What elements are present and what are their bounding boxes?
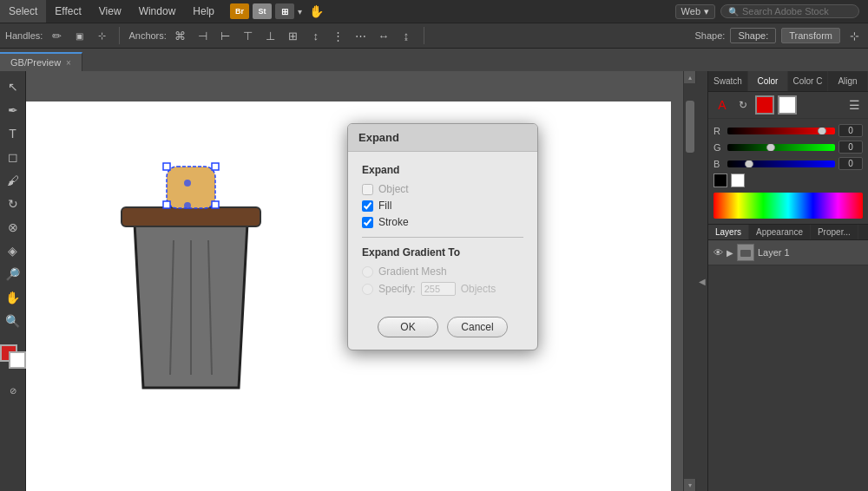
handles-brush-icon[interactable]: ✏ [48,27,65,44]
background-color[interactable] [9,351,26,369]
shape-tool[interactable]: ◻ [3,147,23,167]
specify-radio[interactable] [362,284,373,295]
main-layout: ↖ ✒ T ◻ 🖌 ↻ ⊗ ◈ 🔎 ✋ 🔍 ⊘ [0,71,868,491]
none-icon[interactable]: ⊘ [3,380,23,401]
r-slider-thumb[interactable] [818,128,826,134]
distribute1[interactable]: ⋮ [330,27,347,44]
fill-checkbox[interactable] [362,200,373,212]
anchor-icon1[interactable]: ⌘ [172,27,189,44]
distribute2[interactable]: ⋯ [352,27,370,44]
align-center-v[interactable]: ⊞ [285,27,302,44]
handles-icon3[interactable]: ⊹ [93,27,110,44]
expand-gradient-label: Expand Gradient To [362,246,523,259]
background-swatch[interactable] [778,95,797,115]
hand-tool[interactable]: ✋ [3,287,23,308]
left-sidebar: ↖ ✒ T ◻ 🖌 ↻ ⊗ ◈ 🔎 ✋ 🔍 ⊘ [0,71,26,491]
objects-label: Objects [461,283,496,295]
menu-effect[interactable]: Effect [46,0,89,23]
workspace-dropdown[interactable]: Web ▾ [675,4,715,19]
tab-close-button[interactable]: × [66,58,71,68]
g-value[interactable] [838,141,863,154]
bridge-icon[interactable]: Br [230,3,249,19]
align-bottom[interactable]: ↕ [307,27,325,44]
stroke-checkbox-row[interactable]: Stroke [362,216,523,228]
b-value[interactable] [838,157,863,170]
scroll-down-button[interactable]: ▾ [684,479,696,491]
tab-colorc[interactable]: Color C [788,71,828,91]
menu-help[interactable]: Help [184,0,223,23]
ok-button[interactable]: OK [378,317,438,337]
pen-tool[interactable]: ✒ [3,100,23,121]
gradient-mesh-radio[interactable] [362,266,373,278]
selection-tool[interactable]: ↖ [3,76,23,97]
menu-view[interactable]: View [90,0,130,23]
apps-icon[interactable]: ⊞ [275,3,294,19]
align-right[interactable]: ⊤ [240,27,257,44]
g-slider-track[interactable] [727,144,835,151]
menu-window[interactable]: Window [130,0,185,23]
distribute4[interactable]: ↨ [398,27,415,44]
paint-tool[interactable]: 🖌 [3,170,23,191]
layers-tab[interactable]: Layers [708,225,749,239]
menu-select[interactable]: Select [0,0,46,23]
appearance-tab[interactable]: Appearance [749,225,811,239]
distribute3[interactable]: ↔ [375,27,392,44]
blend-tool[interactable]: ⊗ [3,217,23,238]
zoom-tool[interactable]: 🔍 [3,311,23,331]
tab-align[interactable]: Align [828,71,868,91]
cancel-button[interactable]: Cancel [447,317,508,337]
anchors-label: Anchors: [128,30,166,41]
hand-icon[interactable]: ✋ [309,4,324,18]
specify-row[interactable]: Specify: Objects [362,282,523,296]
object-checkbox[interactable] [362,184,373,195]
panel-option-icon[interactable]: ☰ [845,96,863,114]
gradient-tool[interactable]: ◈ [3,240,23,261]
b-label: B [713,159,724,169]
align-top[interactable]: ⊥ [262,27,279,44]
transform-extra-icon[interactable]: ⊹ [845,27,863,44]
r-slider-track[interactable] [727,128,835,134]
foreground-swatch[interactable] [755,95,774,115]
eyedropper-tool[interactable]: 🔎 [3,264,23,285]
color-gradient-bar[interactable] [713,193,863,219]
gradient-mesh-row[interactable]: Gradient Mesh [362,265,523,278]
handles-icon2[interactable]: ▣ [70,27,88,44]
align-left[interactable]: ⊣ [194,27,212,44]
layer-visibility-icon[interactable]: 👁 [713,247,723,258]
type-tool[interactable]: T [3,123,23,144]
specify-input[interactable] [421,282,456,296]
document-tab[interactable]: GB/Preview × [0,52,82,71]
scroll-up-button[interactable]: ▴ [684,71,696,83]
menubar: Select Effect View Window Help Br St ⊞ ▾… [0,0,868,23]
b-slider-thumb[interactable] [745,160,753,167]
black-swatch[interactable] [713,173,727,187]
stock-search-input[interactable] [742,6,855,16]
stock-icon[interactable]: St [253,3,272,19]
apps-dropdown[interactable]: ▾ [298,7,302,16]
white-swatch[interactable] [731,173,745,187]
layer-expand-icon[interactable]: ▶ [727,248,733,258]
divider2 [424,27,424,44]
align-center-h[interactable]: ⊢ [217,27,234,44]
menubar-right: Web ▾ 🔍 [675,4,868,19]
fill-checkbox-row[interactable]: Fill [362,200,523,212]
scroll-thumb[interactable] [686,101,694,153]
cycle-colors-icon[interactable]: ↻ [734,96,752,114]
r-value[interactable] [838,124,863,137]
transform-button[interactable]: Transform [781,28,840,43]
stock-search-bar[interactable]: 🔍 [720,4,859,18]
b-slider-track[interactable] [727,160,835,167]
object-checkbox-row[interactable]: Object [362,183,523,195]
properties-tab[interactable]: Proper... [811,225,858,239]
panel-collapse-arrow[interactable]: ◀ [695,71,707,491]
scroll-track[interactable] [684,83,696,479]
canvas-area[interactable]: Expand Expand Object Fill Stroke [26,71,683,491]
tab-color[interactable]: Color [748,71,788,91]
rotate-tool[interactable]: ↻ [3,193,23,214]
shape-button[interactable]: Shape: [730,28,776,43]
stroke-checkbox[interactable] [362,217,373,228]
fg-bg-colors[interactable] [0,344,26,369]
g-slider-thumb[interactable] [766,144,775,151]
color-panel-icon1[interactable]: A [713,96,731,114]
tab-swatch[interactable]: Swatch [708,71,748,91]
